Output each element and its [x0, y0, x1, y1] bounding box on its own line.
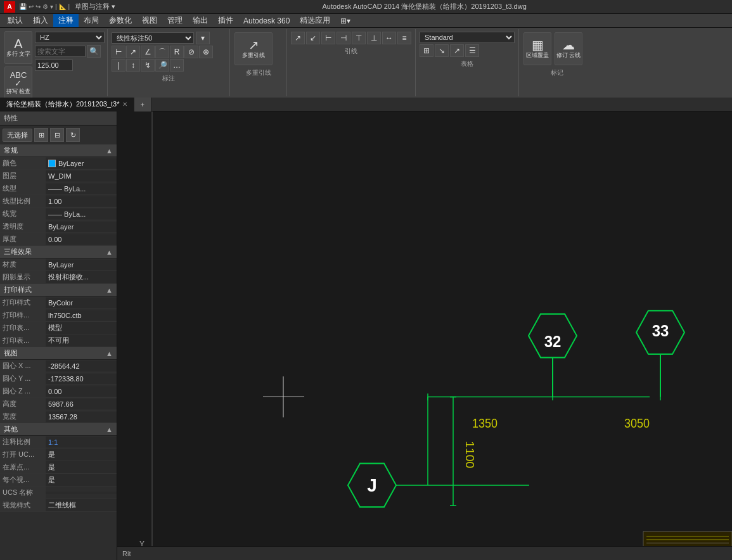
- section-3d[interactable]: 三维效果 ▲: [0, 246, 117, 258]
- prop-width: 宽度 13567.28: [0, 410, 117, 423]
- prop-height: 高度 5987.66: [0, 398, 117, 410]
- leader-btn8[interactable]: ≡: [397, 32, 411, 44]
- region-cover-btn[interactable]: ▦ 区域覆盖: [523, 32, 551, 65]
- table-label: 表格: [418, 58, 516, 70]
- multiline-text-btn[interactable]: A 多行 文字: [4, 31, 32, 64]
- tab-new[interactable]: +: [134, 98, 151, 111]
- menu-item-6[interactable]: 管理: [162, 14, 188, 27]
- dim-break-btn[interactable]: |: [112, 59, 125, 72]
- dim-jogged-btn[interactable]: ↯: [141, 59, 155, 72]
- canvas-area[interactable]: [-][俯视][二维线框] 32 33: [117, 111, 732, 560]
- tab-drawing[interactable]: 海伦堡精装（给排水）20191203_t3* ✕: [0, 98, 134, 111]
- menu-item-10[interactable]: 精选应用: [295, 14, 335, 27]
- prop-cx: 圆心 X ... -28564.42: [0, 360, 117, 372]
- section-print[interactable]: 打印样式 ▲: [0, 284, 117, 296]
- multileader-label: 多重引线: [233, 67, 284, 79]
- prop-linetype-scale: 线型比例 1.00: [0, 195, 117, 208]
- dim-angular-btn[interactable]: ∠: [141, 46, 155, 58]
- prop-print-style: 打印样式 ByColor: [0, 296, 117, 309]
- dim-expand-btn[interactable]: ▾: [196, 32, 210, 44]
- text-search-btn[interactable]: 🔍: [87, 45, 101, 58]
- tab-close-btn[interactable]: ✕: [122, 101, 127, 108]
- leader-btn3[interactable]: ⊢: [321, 32, 335, 44]
- ribbon-text-group: A 多行 文字 ABC✓ 拼写 检查 HZ 🔍: [1, 29, 108, 96]
- dim-section-label: 标注: [110, 73, 227, 84]
- prop-color: 颜色 ByLayer: [0, 157, 117, 170]
- revcloud-btn[interactable]: ☁ 修订 云线: [555, 32, 582, 65]
- prop-thickness: 厚度 0.00: [0, 233, 117, 246]
- ribbon-table-group: Standard ⊞ ↘ ↗ ☰ 表格: [416, 29, 519, 96]
- menu-item-9[interactable]: Autodesk 360: [238, 15, 295, 27]
- menu-item-11[interactable]: ⊞▾: [335, 15, 356, 27]
- section-other[interactable]: 其他 ▲: [0, 423, 117, 436]
- prop-open-ucs: 打开 UC... 是: [0, 449, 117, 461]
- menu-item-0[interactable]: 默认: [3, 14, 28, 27]
- leader-btn4[interactable]: ⊣: [337, 32, 350, 44]
- menu-item-5[interactable]: 视图: [137, 14, 162, 27]
- prop-lineweight: 线宽 —— ByLa...: [0, 208, 117, 220]
- prop-print-table2: 打印表... 不可用: [0, 334, 117, 347]
- leader-btn1[interactable]: ↗: [291, 32, 305, 44]
- props-icon-btn3[interactable]: ↻: [66, 128, 80, 142]
- title-text: Autodesk AutoCAD 2014 海伦堡精装（给排水）20191203…: [120, 2, 728, 11]
- dim-linear-btn[interactable]: ⊢: [112, 46, 125, 58]
- no-select-dropdown[interactable]: 无选择: [3, 129, 32, 142]
- cad-drawing: 32 33 1350 3050 J: [117, 111, 732, 560]
- leader-btn7[interactable]: ↔: [382, 32, 396, 44]
- leader-btn6[interactable]: ⊥: [367, 32, 381, 44]
- other-rows: 注释比例 1:1 打开 UC... 是 在原点... 是 每个视... 是 UC…: [0, 436, 117, 512]
- table-btn1[interactable]: ⊞: [420, 44, 433, 57]
- prop-each-view: 每个视... 是: [0, 474, 117, 487]
- leader-btn5[interactable]: ⊤: [352, 32, 366, 44]
- table-btn3[interactable]: ↗: [450, 44, 464, 57]
- dim-more-btn[interactable]: …: [170, 59, 184, 72]
- svg-text:3050: 3050: [624, 416, 650, 430]
- menu-item-8[interactable]: 插件: [213, 14, 238, 27]
- properties-title: 特性: [0, 111, 117, 125]
- table-btn2[interactable]: ↘: [435, 44, 449, 57]
- menu-item-3[interactable]: 布局: [79, 14, 104, 27]
- table-style-select[interactable]: Standard: [420, 32, 515, 43]
- statusbar: Rit: [117, 546, 732, 560]
- dim-arc-btn[interactable]: ⌒: [155, 46, 169, 58]
- prop-linetype: 线型 —— ByLa...: [0, 182, 117, 195]
- svg-text:1100: 1100: [463, 441, 476, 468]
- multileader-btn[interactable]: ↗ 多重引线: [234, 32, 273, 65]
- prop-print-file: 打印样... lh750C.ctb: [0, 309, 117, 322]
- text-search-input[interactable]: [35, 46, 86, 57]
- prop-shadow: 阴影显示 投射和接收...: [0, 271, 117, 284]
- leader-btn2[interactable]: ↙: [306, 32, 320, 44]
- prop-transparency: 透明度 ByLayer: [0, 220, 117, 233]
- dim-aligned-btn[interactable]: ↗: [126, 46, 140, 58]
- text-size-input[interactable]: [35, 60, 73, 71]
- svg-text:32: 32: [544, 332, 562, 350]
- prop-at-origin: 在原点... 是: [0, 461, 117, 474]
- dim-inspect-btn[interactable]: 🔎: [155, 59, 169, 72]
- section-view[interactable]: 视图 ▲: [0, 347, 117, 360]
- svg-text:33: 33: [652, 322, 669, 340]
- ribbon-dim-group: 线性标注50 ▾ ⊢ ↗ ∠ ⌒ R ⊘ ⊕ | ↕ ↯ 🔎 …: [108, 29, 230, 96]
- menu-item-2[interactable]: 注释: [53, 14, 79, 27]
- ribbon: A 多行 文字 ABC✓ 拼写 检查 HZ 🔍: [0, 28, 732, 98]
- prop-visual-style: 视觉样式 二维线框: [0, 499, 117, 512]
- props-icon-btn1[interactable]: ⊞: [34, 128, 48, 142]
- dim-diameter-btn[interactable]: ⊘: [184, 46, 198, 58]
- menu-item-4[interactable]: 参数化: [104, 14, 137, 27]
- properties-panel: 特性 无选择 ⊞ ⊟ ↻ 常规 ▲ 颜色 ByLayer 图层 W_DIM: [0, 111, 117, 560]
- menu-item-7[interactable]: 输出: [188, 14, 213, 27]
- properties-toolbar: 无选择 ⊞ ⊟ ↻: [0, 125, 117, 144]
- prop-ucs-name: UCS 名称: [0, 487, 117, 499]
- table-btn4[interactable]: ☰: [465, 44, 479, 57]
- spell-check-btn[interactable]: ABC✓ 拼写 检查: [4, 67, 32, 99]
- props-icon-btn2[interactable]: ⊟: [50, 128, 64, 142]
- tabbar: 海伦堡精装（给排水）20191203_t3* ✕ +: [0, 98, 732, 111]
- status-text: Rit: [122, 550, 131, 557]
- section-general[interactable]: 常规 ▲: [0, 144, 117, 157]
- dim-style-select[interactable]: 线性标注50: [112, 32, 194, 44]
- dim-adjust-btn[interactable]: ↕: [126, 59, 140, 72]
- font-select[interactable]: HZ: [35, 32, 105, 43]
- dim-ordinate-btn[interactable]: ⊕: [199, 46, 213, 58]
- view-rows: 圆心 X ... -28564.42 圆心 Y ... -172338.80 圆…: [0, 360, 117, 423]
- dim-radius-btn[interactable]: R: [170, 46, 184, 58]
- menu-item-1[interactable]: 插入: [28, 14, 53, 27]
